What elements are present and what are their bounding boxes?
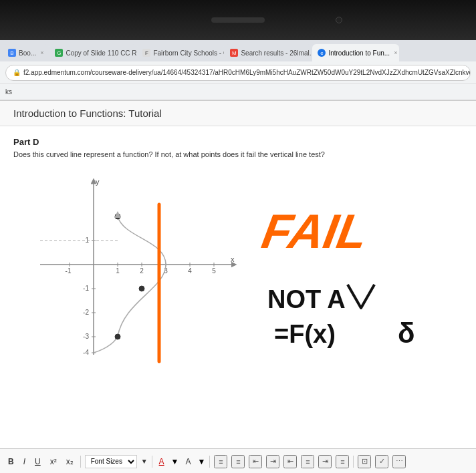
editor-toolbar: B I U x² x₂ Font Sizes ▼ A ▼ A ▼ ≡ ≡ ⇤ ⇥… xyxy=(0,448,476,473)
align-center-button[interactable]: ≡ xyxy=(301,455,314,468)
tab-favicon-intro: e xyxy=(318,49,326,57)
address-bar-row: 🔒 f2.app.edmentum.com/courseware-deliver… xyxy=(0,61,476,84)
indent-increase-button[interactable]: ⇥ xyxy=(266,455,279,468)
address-bar[interactable]: 🔒 f2.app.edmentum.com/courseware-deliver… xyxy=(5,65,471,81)
font-color-label: A xyxy=(159,457,164,466)
tab-label-fairborn: Fairborn City Schools - C... xyxy=(153,49,224,57)
list-bullet-button[interactable]: ≡ xyxy=(214,455,227,468)
page-title: Introduction to Functions: Tutorial xyxy=(13,108,162,119)
svg-text:δ: δ xyxy=(398,317,414,349)
toolbar-divider-4 xyxy=(353,456,354,468)
align-left-button[interactable]: ⇤ xyxy=(283,455,297,468)
tab-bar: B Boo... × G Copy of Slide 110 CC Re... … xyxy=(0,40,476,61)
font-color-button[interactable]: A xyxy=(156,456,167,468)
address-text: f2.app.edmentum.com/courseware-delivery/… xyxy=(23,69,471,76)
svg-text:=F(x): =F(x) xyxy=(274,320,336,348)
list-number-button[interactable]: ≡ xyxy=(231,455,245,468)
tab-intro[interactable]: e Introduction to Fun... × xyxy=(312,44,399,61)
tab-label-intro: Introduction to Fun... xyxy=(328,49,390,57)
page-title-bar: Introduction to Functions: Tutorial xyxy=(0,101,476,126)
browser-chrome: B Boo... × G Copy of Slide 110 CC Re... … xyxy=(0,40,476,101)
toolbar-divider-1 xyxy=(80,456,81,468)
tab-label-search: Search results - 26lmal... xyxy=(241,49,312,57)
italic-button[interactable]: I xyxy=(21,456,28,468)
bold-button[interactable]: B xyxy=(5,456,17,468)
tab-label-boo: Boo... xyxy=(19,49,36,57)
tab-favicon-copy: G xyxy=(55,49,63,57)
superscript-button[interactable]: x² xyxy=(47,456,60,468)
tab-favicon-search: M xyxy=(230,49,238,57)
part-label: Part D xyxy=(13,137,463,147)
content-area: Introduction to Functions: Tutorial Part… xyxy=(0,101,476,473)
lock-icon: 🔒 xyxy=(13,69,21,76)
bookmarks-label: ks xyxy=(5,88,12,96)
toolbar-divider-2 xyxy=(152,456,152,468)
check-button[interactable]: ✓ xyxy=(375,455,388,468)
highlight-button[interactable]: A xyxy=(183,456,194,468)
tab-close-intro[interactable]: × xyxy=(394,49,397,56)
tab-fairborn[interactable]: F Fairborn City Schools - C... × xyxy=(137,44,224,61)
underline-button[interactable]: U xyxy=(32,456,43,468)
tab-search[interactable]: M Search results - 26lmal... × xyxy=(225,44,312,61)
device-camera xyxy=(336,17,342,23)
align-right-button[interactable]: ⇥ xyxy=(318,455,332,468)
indent-decrease-button[interactable]: ⇤ xyxy=(249,455,262,468)
bookmarks-bar: ks xyxy=(0,84,476,100)
subscript-button[interactable]: x₂ xyxy=(64,456,76,468)
tab-label-copy: Copy of Slide 110 CC Re... xyxy=(66,49,136,57)
tab-favicon-boo: B xyxy=(8,49,16,57)
tab-copy-slide[interactable]: G Copy of Slide 110 CC Re... × xyxy=(49,44,136,61)
svg-text:NOT A: NOT A xyxy=(267,285,346,313)
tutorial-content: Part D Does this curved line represent a… xyxy=(0,126,476,446)
toolbar-divider-3 xyxy=(209,456,210,468)
image-button[interactable]: ⊡ xyxy=(358,455,371,468)
font-size-select[interactable]: Font Sizes xyxy=(85,455,137,468)
question-text: Does this curved line represent a functi… xyxy=(13,150,463,160)
device-speaker xyxy=(211,17,265,23)
tab-boo[interactable]: B Boo... × xyxy=(3,44,49,61)
device-bezel xyxy=(0,0,476,40)
tab-favicon-fairborn: F xyxy=(142,49,150,57)
annotation-svg: FAIL NOT A =F(x) δ xyxy=(13,168,476,375)
svg-text:FAIL: FAIL xyxy=(258,204,372,258)
highlight-label: A xyxy=(186,457,191,466)
more-button[interactable]: ⋯ xyxy=(392,455,406,468)
justify-button[interactable]: ≡ xyxy=(336,455,349,468)
tab-close-boo[interactable]: × xyxy=(40,49,43,56)
